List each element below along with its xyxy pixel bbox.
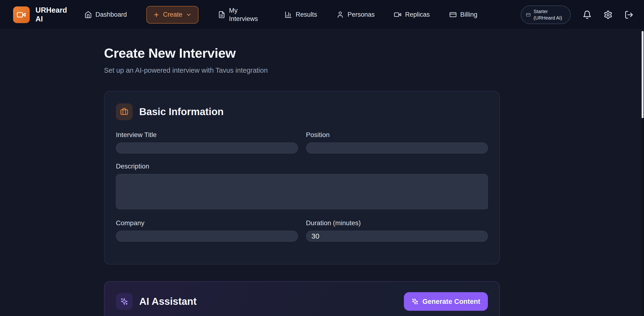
page-title: Create New Interview bbox=[104, 45, 644, 61]
nav-item-billing[interactable]: Billing bbox=[449, 11, 478, 18]
nav-item-personas-label: Personas bbox=[348, 11, 374, 18]
plus-icon bbox=[153, 12, 160, 18]
basic-information-title: Basic Information bbox=[139, 106, 224, 117]
nav-item-my-interviews-label: My Interviews bbox=[229, 7, 265, 23]
ai-assistant-card: AI Assistant Generate Content bbox=[104, 281, 500, 316]
nav-item-replicas[interactable]: Replicas bbox=[394, 11, 430, 18]
brand-name: URHeard AI bbox=[36, 6, 71, 23]
bar-chart-icon bbox=[285, 11, 292, 18]
position-input[interactable] bbox=[306, 142, 488, 153]
generate-content-button[interactable]: Generate Content bbox=[404, 292, 488, 311]
company-input[interactable] bbox=[116, 231, 298, 242]
sparkles-icon bbox=[412, 298, 418, 305]
interview-title-label: Interview Title bbox=[116, 131, 298, 139]
create-button-label: Create bbox=[163, 11, 182, 18]
plan-badge-label: Starter (URHeard AI) bbox=[534, 8, 565, 21]
page-subtitle: Set up an AI-powered interview with Tavu… bbox=[104, 67, 644, 74]
ai-assistant-title: AI Assistant bbox=[139, 296, 196, 307]
brand[interactable]: URHeard AI bbox=[13, 6, 71, 23]
ai-assistant-header: AI Assistant bbox=[116, 293, 196, 310]
create-button[interactable]: Create bbox=[146, 6, 198, 24]
top-navbar: URHeard AI Dashboard Create My Interview… bbox=[0, 0, 644, 30]
user-icon bbox=[336, 11, 344, 18]
nav-item-replicas-label: Replicas bbox=[405, 11, 430, 18]
nav-item-personas[interactable]: Personas bbox=[336, 11, 374, 18]
settings-button[interactable] bbox=[604, 10, 612, 19]
nav-item-dashboard-label: Dashboard bbox=[96, 11, 127, 18]
nav-item-dashboard[interactable]: Dashboard bbox=[84, 11, 127, 18]
nav-item-results-label: Results bbox=[296, 11, 317, 18]
chevron-down-icon bbox=[186, 12, 192, 18]
home-icon bbox=[84, 11, 92, 18]
nav-item-results[interactable]: Results bbox=[285, 11, 317, 18]
scrollbar-thumb[interactable] bbox=[642, 31, 644, 118]
description-textarea[interactable] bbox=[116, 174, 488, 209]
basic-information-header: Basic Information bbox=[116, 103, 488, 120]
navbar-right-group: Starter (URHeard AI) bbox=[521, 6, 634, 24]
gear-icon bbox=[604, 10, 612, 19]
card-icon bbox=[526, 12, 531, 17]
primary-nav: Dashboard Create My Interviews Results bbox=[84, 6, 478, 24]
basic-information-card: Basic Information Interview Title Positi… bbox=[104, 91, 500, 264]
generate-content-button-label: Generate Content bbox=[422, 298, 480, 305]
position-label: Position bbox=[306, 131, 488, 139]
credit-card-icon bbox=[449, 11, 457, 18]
brand-logo bbox=[13, 7, 30, 23]
scrollbar[interactable] bbox=[641, 30, 644, 316]
company-label: Company bbox=[116, 219, 298, 227]
nav-item-my-interviews[interactable]: My Interviews bbox=[218, 7, 265, 23]
logout-icon bbox=[624, 10, 634, 19]
logout-button[interactable] bbox=[624, 10, 634, 19]
nav-item-billing-label: Billing bbox=[460, 11, 478, 18]
notifications-button[interactable] bbox=[582, 10, 592, 19]
duration-label: Duration (minutes) bbox=[306, 219, 488, 227]
video-camera-icon bbox=[17, 10, 26, 19]
main-content: Create New Interview Set up an AI-powere… bbox=[0, 30, 644, 316]
file-text-icon bbox=[218, 11, 226, 18]
description-label: Description bbox=[116, 163, 488, 170]
duration-input[interactable] bbox=[306, 231, 488, 242]
sparkles-icon bbox=[116, 293, 132, 310]
bell-icon bbox=[582, 10, 592, 19]
video-icon bbox=[394, 11, 402, 18]
briefcase-icon bbox=[116, 103, 132, 120]
interview-title-input[interactable] bbox=[116, 142, 298, 153]
plan-badge[interactable]: Starter (URHeard AI) bbox=[521, 6, 571, 24]
